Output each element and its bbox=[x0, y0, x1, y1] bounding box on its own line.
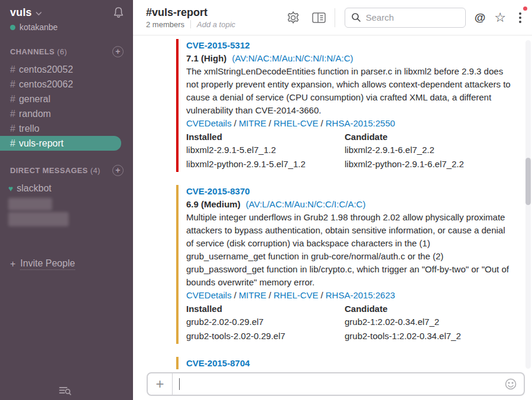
scrollbar[interactable] bbox=[525, 40, 531, 369]
hash-icon: # bbox=[10, 123, 15, 134]
more-options-button[interactable] bbox=[515, 10, 525, 25]
cvss-vector-link[interactable]: (AV:L/AC:M/Au:N/C:C/I:C/A:C) bbox=[246, 199, 366, 209]
hash-icon: # bbox=[10, 138, 15, 148]
message-input[interactable] bbox=[173, 373, 504, 395]
package-fields: Installed grub2-2.02-0.29.el7 grub2-tool… bbox=[186, 303, 512, 344]
sidebar-item-centos20062[interactable]: #centos20062 bbox=[0, 77, 133, 92]
invite-people-label: Invite People bbox=[20, 258, 75, 270]
channel-label: general bbox=[19, 94, 50, 104]
quick-switcher-icon[interactable] bbox=[58, 385, 72, 396]
cve-title-link[interactable]: CVE-2015-8704 bbox=[186, 357, 512, 370]
dm-count: (4) bbox=[90, 166, 100, 175]
search-input[interactable] bbox=[366, 12, 459, 22]
channels-label[interactable]: CHANNELS bbox=[10, 47, 54, 56]
severity-line: 7.1 (High) (AV:N/AC:M/Au:N/C:N/I:N/A:C) bbox=[186, 52, 512, 65]
message-list: CVE-2015-5312 7.1 (High) (AV:N/AC:M/Au:N… bbox=[133, 35, 532, 400]
field-title: Candidate bbox=[345, 303, 503, 316]
sidebar-item-trello[interactable]: #trello bbox=[0, 121, 133, 136]
current-user[interactable]: kotakanbe bbox=[10, 22, 125, 32]
rhel-cve-link[interactable]: RHEL-CVE bbox=[274, 290, 319, 300]
rhel-cve-link[interactable]: RHEL-CVE bbox=[274, 118, 319, 128]
hash-icon: # bbox=[10, 64, 15, 74]
cve-title-link[interactable]: CVE-2015-8370 bbox=[186, 185, 512, 198]
search-box[interactable] bbox=[345, 8, 466, 28]
channel-label: centos20062 bbox=[19, 79, 73, 89]
dm-list: ♥ slackbot bbox=[0, 181, 133, 226]
main-panel: #vuls-report 2 members Add a topic bbox=[133, 0, 532, 400]
candidate-field: Candidate libxml2-2.9.1-6.el7_2.2 libxml… bbox=[345, 131, 503, 172]
field-value: libxml2-2.9.1-6.el7_2.2 bbox=[345, 144, 503, 157]
sidebar-item-slackbot[interactable]: ♥ slackbot bbox=[0, 181, 133, 196]
dm-label[interactable]: DIRECT MESSAGES bbox=[10, 166, 88, 175]
field-value: grub2-2.02-0.29.el7 bbox=[186, 316, 345, 329]
mitre-link[interactable]: MITRE bbox=[239, 290, 267, 300]
hash-icon: # bbox=[10, 94, 15, 104]
attach-file-button[interactable]: + bbox=[148, 373, 173, 395]
plus-icon: + bbox=[10, 259, 15, 269]
sidebar: vuls kotakanbe CHANNELS (6) + #centos200… bbox=[0, 0, 133, 400]
channel-label: random bbox=[19, 109, 51, 119]
sidebar-item-centos20052[interactable]: #centos20052 bbox=[0, 62, 133, 77]
header-actions: @ ☆ bbox=[286, 8, 525, 28]
meta-divider bbox=[190, 20, 191, 28]
search-icon bbox=[351, 12, 361, 22]
channels-section-header: CHANNELS (6) + bbox=[0, 46, 133, 57]
rhsa-link[interactable]: RHSA-2015:2550 bbox=[326, 118, 395, 128]
channel-list: #centos20052 #centos20062 #general #rand… bbox=[0, 62, 133, 151]
redacted-dm-2[interactable] bbox=[8, 212, 69, 226]
invite-people-button[interactable]: + Invite People bbox=[0, 258, 133, 270]
channel-label: vuls-report bbox=[19, 138, 64, 148]
channel-label: centos20052 bbox=[19, 64, 73, 74]
cve-links: CVEDetails/MITRE/RHEL-CVE/RHSA-2015:2623 bbox=[186, 289, 512, 302]
cvedetails-link[interactable]: CVEDetails bbox=[186, 118, 232, 128]
sidebar-item-general[interactable]: #general bbox=[0, 92, 133, 106]
star-icon[interactable]: ☆ bbox=[494, 11, 506, 24]
emoji-picker-icon[interactable] bbox=[504, 378, 517, 391]
mitre-link[interactable]: MITRE bbox=[239, 118, 267, 128]
team-header: vuls kotakanbe bbox=[0, 0, 133, 32]
rhsa-link[interactable]: RHSA-2015:2623 bbox=[326, 290, 395, 300]
severity-score: 6.9 (Medium) bbox=[186, 199, 241, 209]
channel-title[interactable]: #vuls-report bbox=[146, 6, 235, 19]
dm-section-header: DIRECT MESSAGES (4) + bbox=[0, 165, 133, 176]
link-separator: / bbox=[269, 118, 271, 128]
header-divider bbox=[335, 8, 335, 27]
link-separator: / bbox=[321, 290, 323, 300]
bell-icon[interactable] bbox=[112, 6, 125, 19]
link-separator: / bbox=[234, 118, 236, 128]
cve-title-link[interactable]: CVE-2015-5312 bbox=[186, 39, 512, 52]
field-value: libxml2-python-2.9.1-5.el7_1.2 bbox=[186, 158, 345, 171]
cve-links: CVEDetails/MITRE/RHEL-CVE/RHSA-2015:2550 bbox=[186, 117, 512, 130]
details-pane-icon[interactable] bbox=[312, 11, 326, 24]
message-composer[interactable]: + bbox=[147, 372, 525, 396]
field-value: libxml2-2.9.1-5.el7_1.2 bbox=[186, 144, 345, 157]
add-channel-icon[interactable]: + bbox=[112, 46, 124, 57]
hash-icon: # bbox=[10, 79, 15, 89]
members-count[interactable]: 2 members bbox=[146, 20, 184, 29]
dm-label: slackbot bbox=[17, 181, 51, 196]
cve-attachment: CVE-2015-8370 6.9 (Medium) (AV:L/AC:M/Au… bbox=[176, 185, 512, 344]
sidebar-item-random[interactable]: #random bbox=[0, 106, 133, 121]
installed-field: Installed grub2-2.02-0.29.el7 grub2-tool… bbox=[186, 303, 345, 344]
add-dm-icon[interactable]: + bbox=[112, 165, 124, 176]
installed-field: Installed libxml2-2.9.1-5.el7_1.2 libxml… bbox=[186, 131, 345, 172]
add-topic-button[interactable]: Add a topic bbox=[197, 20, 235, 29]
package-fields: Installed libxml2-2.9.1-5.el7_1.2 libxml… bbox=[186, 131, 512, 172]
notification-dot bbox=[523, 6, 527, 11]
sidebar-item-vuls-report[interactable]: #vuls-report bbox=[0, 136, 121, 151]
redacted-dm-1[interactable] bbox=[8, 198, 52, 210]
chevron-down-icon bbox=[35, 11, 42, 16]
field-value: libxml2-python-2.9.1-6.el7_2.2 bbox=[345, 158, 503, 171]
field-title: Installed bbox=[186, 131, 345, 144]
hash-icon: # bbox=[10, 109, 15, 119]
scrollbar-thumb[interactable] bbox=[525, 158, 531, 205]
severity-score: 7.1 (High) bbox=[186, 53, 226, 63]
text-caret bbox=[179, 378, 180, 390]
team-menu[interactable]: vuls bbox=[10, 6, 32, 19]
cvedetails-link[interactable]: CVEDetails bbox=[186, 290, 232, 300]
cvss-vector-link[interactable]: (AV:N/AC:M/Au:N/C:N/I:N/A:C) bbox=[232, 53, 353, 63]
mentions-icon[interactable]: @ bbox=[475, 11, 486, 24]
channel-header: #vuls-report 2 members Add a topic bbox=[133, 0, 532, 35]
gear-icon[interactable] bbox=[286, 10, 301, 25]
candidate-field: Candidate grub2-1:2.02-0.34.el7_2 grub2-… bbox=[345, 303, 503, 344]
